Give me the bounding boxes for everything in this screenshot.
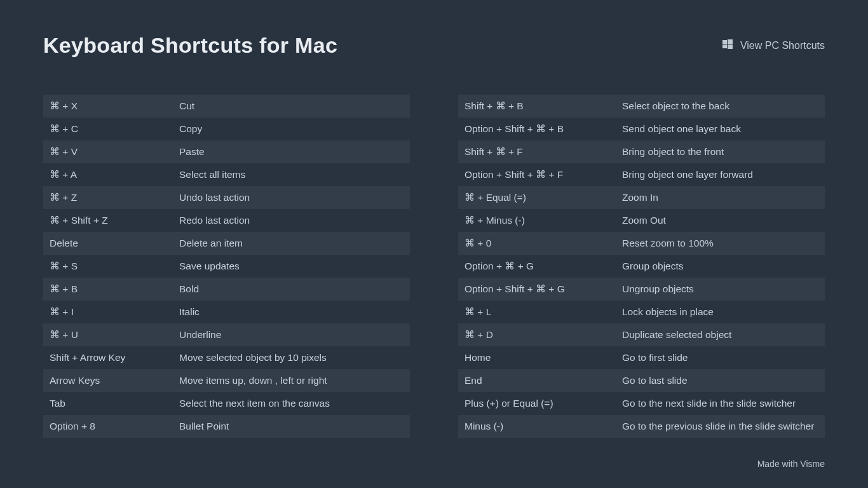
shortcut-row: ⌘ + DDuplicate selected object: [458, 323, 825, 346]
shortcut-description: Cut: [173, 95, 410, 118]
shortcut-description: Select object to the back: [616, 95, 825, 118]
shortcut-description: Italic: [173, 301, 410, 323]
shortcut-description: Send object one layer back: [616, 118, 825, 140]
shortcut-row: ⌘ + ASelect all items: [43, 163, 410, 186]
shortcut-row: ⌘ + VPaste: [43, 140, 410, 163]
shortcut-description: Lock objects in place: [616, 301, 825, 323]
shortcut-description: Go to last slide: [616, 369, 825, 392]
shortcut-keys: ⌘ + V: [43, 140, 173, 163]
shortcut-row: Option + Shift + ⌘ + FBring object one l…: [458, 163, 825, 186]
shortcut-row: ⌘ + SSave updates: [43, 255, 410, 278]
shortcut-keys: ⌘ + Equal (=): [458, 186, 616, 209]
shortcut-keys: ⌘ + B: [43, 278, 173, 301]
shortcut-row: EndGo to last slide: [458, 369, 825, 392]
shortcut-keys: ⌘ + X: [43, 95, 173, 118]
shortcut-description: Go to the next slide in the slide switch…: [616, 392, 825, 415]
shortcut-keys: Delete: [43, 232, 173, 255]
shortcut-row: ⌘ + UUnderline: [43, 323, 410, 346]
shortcut-row: ⌘ + Equal (=)Zoom In: [458, 186, 825, 209]
shortcut-keys: Shift + ⌘ + F: [458, 140, 616, 163]
shortcut-keys: ⌘ + U: [43, 323, 173, 346]
view-pc-shortcuts-link[interactable]: View PC Shortcuts: [722, 39, 825, 52]
shortcut-description: Select all items: [173, 163, 410, 186]
shortcut-row: ⌘ + Shift + ZRedo last action: [43, 209, 410, 232]
shortcut-description: Go to the previous slide in the slide sw…: [616, 415, 825, 438]
shortcut-row: ⌘ + CCopy: [43, 118, 410, 140]
shortcut-keys: End: [458, 369, 616, 392]
shortcut-keys: Home: [458, 346, 616, 369]
shortcut-row: Option + ⌘ + GGroup objects: [458, 255, 825, 278]
svg-rect-3: [728, 44, 733, 49]
shortcut-keys: ⌘ + C: [43, 118, 173, 140]
shortcut-description: Bring object to the front: [616, 140, 825, 163]
svg-rect-0: [722, 40, 727, 44]
shortcut-row: ⌘ + BBold: [43, 278, 410, 301]
shortcut-row: Shift + ⌘ + BSelect object to the back: [458, 95, 825, 118]
shortcut-row: Shift + Arrow KeyMove selected object by…: [43, 346, 410, 369]
shortcut-row: ⌘ + ZUndo last action: [43, 186, 410, 209]
shortcuts-column-right: Shift + ⌘ + BSelect object to the backOp…: [458, 95, 825, 438]
shortcut-description: Copy: [173, 118, 410, 140]
page-title: Keyboard Shortcuts for Mac: [43, 33, 337, 58]
shortcut-keys: Option + Shift + ⌘ + G: [458, 278, 616, 301]
shortcut-keys: Plus (+) or Equal (=): [458, 392, 616, 415]
shortcut-keys: Shift + ⌘ + B: [458, 95, 616, 118]
shortcut-keys: Tab: [43, 392, 173, 415]
shortcut-keys: Option + 8: [43, 415, 173, 438]
shortcut-description: Underline: [173, 323, 410, 346]
shortcut-keys: Option + Shift + ⌘ + B: [458, 118, 616, 140]
shortcut-keys: ⌘ + 0: [458, 232, 616, 255]
shortcut-keys: ⌘ + D: [458, 323, 616, 346]
shortcut-keys: ⌘ + Shift + Z: [43, 209, 173, 232]
shortcut-keys: Option + Shift + ⌘ + F: [458, 163, 616, 186]
shortcut-description: Move items up, down , left or right: [173, 369, 410, 392]
shortcut-row: ⌘ + 0Reset zoom to 100%: [458, 232, 825, 255]
shortcut-description: Reset zoom to 100%: [616, 232, 825, 255]
shortcut-description: Redo last action: [173, 209, 410, 232]
shortcut-keys: Minus (-): [458, 415, 616, 438]
shortcut-row: DeleteDelete an item: [43, 232, 410, 255]
shortcut-row: Option + Shift + ⌘ + BSend object one la…: [458, 118, 825, 140]
shortcut-description: Delete an item: [173, 232, 410, 255]
shortcut-keys: ⌘ + S: [43, 255, 173, 278]
shortcut-row: ⌘ + IItalic: [43, 301, 410, 323]
shortcut-description: Paste: [173, 140, 410, 163]
shortcut-keys: Option + ⌘ + G: [458, 255, 616, 278]
shortcut-description: Zoom Out: [616, 209, 825, 232]
shortcut-keys: ⌘ + Z: [43, 186, 173, 209]
view-pc-shortcuts-label: View PC Shortcuts: [740, 40, 825, 51]
shortcut-keys: ⌘ + L: [458, 301, 616, 323]
shortcut-description: Undo last action: [173, 186, 410, 209]
shortcut-description: Save updates: [173, 255, 410, 278]
shortcut-row: Option + 8Bullet Point: [43, 415, 410, 438]
shortcut-row: ⌘ + Minus (-)Zoom Out: [458, 209, 825, 232]
shortcut-row: ⌘ + LLock objects in place: [458, 301, 825, 323]
shortcut-description: Move selected object by 10 pixels: [173, 346, 410, 369]
shortcut-description: Group objects: [616, 255, 825, 278]
shortcut-keys: ⌘ + A: [43, 163, 173, 186]
svg-rect-1: [728, 39, 733, 44]
svg-rect-2: [722, 44, 727, 48]
shortcut-row: Plus (+) or Equal (=)Go to the next slid…: [458, 392, 825, 415]
windows-icon: [722, 39, 733, 52]
shortcut-keys: Shift + Arrow Key: [43, 346, 173, 369]
shortcut-keys: ⌘ + I: [43, 301, 173, 323]
shortcut-description: Bold: [173, 278, 410, 301]
shortcut-row: Option + Shift + ⌘ + GUngroup objects: [458, 278, 825, 301]
shortcut-description: Bullet Point: [173, 415, 410, 438]
shortcut-row: Arrow KeysMove items up, down , left or …: [43, 369, 410, 392]
shortcut-row: TabSelect the next item on the canvas: [43, 392, 410, 415]
shortcut-row: Minus (-)Go to the previous slide in the…: [458, 415, 825, 438]
shortcut-row: Shift + ⌘ + FBring object to the front: [458, 140, 825, 163]
shortcut-description: Ungroup objects: [616, 278, 825, 301]
shortcut-row: ⌘ + XCut: [43, 95, 410, 118]
shortcut-description: Select the next item on the canvas: [173, 392, 410, 415]
shortcut-description: Bring object one layer forward: [616, 163, 825, 186]
shortcut-description: Go to first slide: [616, 346, 825, 369]
shortcut-keys: ⌘ + Minus (-): [458, 209, 616, 232]
shortcut-keys: Arrow Keys: [43, 369, 173, 392]
shortcuts-column-left: ⌘ + XCut⌘ + CCopy⌘ + VPaste⌘ + ASelect a…: [43, 95, 410, 438]
footer-credit: Made with Visme: [757, 459, 825, 469]
shortcut-description: Zoom In: [616, 186, 825, 209]
shortcut-description: Duplicate selected object: [616, 323, 825, 346]
